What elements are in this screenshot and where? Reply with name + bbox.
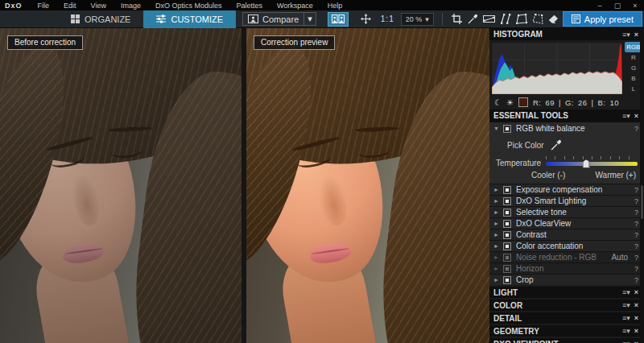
rectangle-tool-button[interactable] [514,12,530,27]
help-icon[interactable]: ? [634,254,640,262]
panel-menu-icon[interactable]: ≡▾ [620,288,633,296]
section-light[interactable]: LIGHT ≡▾ × [489,287,644,298]
close-icon[interactable]: × [633,31,640,39]
compare-button[interactable]: Compare [242,12,304,26]
menu-dxo-optics-modules[interactable]: DxO Optics Modules [148,2,229,10]
zoom-level-select[interactable]: 20 % ▾ [401,13,434,26]
tool-checkbox[interactable] [503,265,511,273]
tool-row-horizon[interactable]: ► Horizon ? [489,262,644,274]
temperature-gradient-track[interactable] [546,162,638,166]
pan-tool-button[interactable] [358,12,374,27]
tool-checkbox[interactable] [503,231,511,239]
eraser-tool-button[interactable] [546,12,562,27]
menu-palettes[interactable]: Palettes [229,2,270,10]
white-balance-row[interactable]: ▼ RGB white balance ? [489,122,644,134]
help-icon[interactable]: ? [634,276,640,284]
expand-arrow-icon[interactable]: ► [493,232,503,238]
before-image[interactable]: Before correction [0,28,242,343]
section-dxo-viewpoint[interactable]: DXO VIEWPOINT ≡▾ × [489,338,644,343]
tool-checkbox[interactable] [503,197,511,205]
expand-arrow-icon[interactable]: ► [493,198,503,204]
expand-arrow-icon[interactable]: ► [493,266,503,271]
tool-row-contrast[interactable]: ► Contrast ? [489,229,644,240]
help-icon[interactable]: ? [634,231,640,239]
expand-arrow-icon[interactable]: ► [493,221,503,226]
tool-row-exposure-compensation[interactable]: ► Exposure compensation ? [489,184,644,195]
minimize-icon[interactable]: – [591,2,609,10]
menu-workspace[interactable]: Workspace [270,2,320,10]
collapse-arrow-icon[interactable]: ▼ [493,126,503,131]
highlight-clipping-icon[interactable]: ☀ [506,98,514,107]
eyedropper-icon[interactable] [551,139,562,151]
help-icon[interactable]: ? [634,220,640,228]
apply-preset-button[interactable]: Apply preset [563,11,642,27]
expand-arrow-icon[interactable]: ► [493,243,503,249]
section-color[interactable]: COLOR ≡▾ × [489,300,644,311]
tool-checkbox[interactable] [503,209,511,217]
panel-menu-icon[interactable]: ≡▾ [620,112,633,120]
toolbar: ORGANIZE CUSTOMIZE Compare ▾ 1:1 20 % ▾ [0,10,644,28]
tool-checkbox[interactable] [503,186,511,194]
zoom-1to1-button[interactable]: 1:1 [381,14,394,23]
close-icon[interactable]: × [633,301,640,309]
toolbar-separator [442,13,443,26]
preview-image[interactable]: Correction preview [246,28,489,343]
tool-checkbox[interactable] [503,254,511,262]
eyedropper-icon [468,14,478,24]
help-icon[interactable]: ? [634,209,640,217]
close-window-icon[interactable]: × [626,2,644,10]
panel-menu-icon[interactable]: ≡▾ [620,314,633,322]
expand-arrow-icon[interactable]: ► [493,254,503,260]
tool-row-noise-reduction[interactable]: ► Noise reduction - RGB Auto ? [489,251,644,262]
close-icon[interactable]: × [633,112,640,120]
perspective-tool-button[interactable] [530,12,546,27]
white-balance-picker-button[interactable] [465,12,481,27]
close-icon[interactable]: × [633,340,640,343]
help-icon[interactable]: ? [634,125,640,133]
menu-help[interactable]: Help [320,2,350,10]
restore-icon[interactable]: ▢ [609,2,626,10]
horizon-tool-button[interactable] [481,12,497,27]
panel-scrollbar[interactable] [640,28,644,343]
panel-menu-icon[interactable]: ≡▾ [620,301,633,309]
help-icon[interactable]: ? [634,265,640,273]
help-icon[interactable]: ? [634,242,640,250]
panel-menu-icon[interactable]: ≡▾ [620,340,633,343]
close-icon[interactable]: × [633,327,640,335]
section-detail[interactable]: DETAIL ≡▾ × [489,312,644,324]
close-icon[interactable]: × [633,288,640,296]
tool-row-dxo-smart-lighting[interactable]: ► DxO Smart Lighting ? [489,195,644,206]
tool-checkbox[interactable] [503,220,511,228]
tab-customize[interactable]: CUSTOMIZE [143,10,236,28]
white-balance-checkbox[interactable] [503,125,511,133]
section-geometry[interactable]: GEOMETRY ≡▾ × [489,325,644,337]
panel-menu-icon[interactable]: ≡▾ [620,31,633,39]
tool-row-color-accentuation[interactable]: ► Color accentuation ? [489,240,644,251]
menu-edit[interactable]: Edit [56,2,84,10]
section-label: LIGHT [493,288,518,297]
temperature-slider-handle[interactable] [583,159,590,168]
panel-menu-icon[interactable]: ≡▾ [620,327,633,335]
menu-view[interactable]: View [84,2,114,10]
expand-arrow-icon[interactable]: ► [493,277,503,283]
force-parallel-tool-button[interactable] [497,12,514,27]
scrollbar-thumb[interactable] [641,185,643,219]
split-view-toggle[interactable] [328,12,349,27]
tool-checkbox[interactable] [503,276,511,284]
temperature-slider[interactable] [546,155,638,170]
close-icon[interactable]: × [633,314,640,322]
tool-row-selective-tone[interactable]: ► Selective tone ? [489,206,644,217]
menu-file[interactable]: File [31,2,57,10]
tool-checkbox[interactable] [503,242,511,250]
tool-row-crop[interactable]: ► Crop ? [489,274,644,285]
crop-tool-button[interactable] [449,12,465,27]
expand-arrow-icon[interactable]: ► [493,187,503,192]
help-icon[interactable]: ? [634,186,640,194]
expand-arrow-icon[interactable]: ► [493,209,503,215]
compare-dropdown[interactable]: ▾ [303,12,316,26]
tool-row-dxo-clearview[interactable]: ► DxO ClearView ? [489,217,644,229]
shadow-clipping-icon[interactable]: ☾ [494,98,502,107]
help-icon[interactable]: ? [634,197,640,205]
menu-image[interactable]: Image [114,2,148,10]
tab-organize[interactable]: ORGANIZE [58,10,143,28]
